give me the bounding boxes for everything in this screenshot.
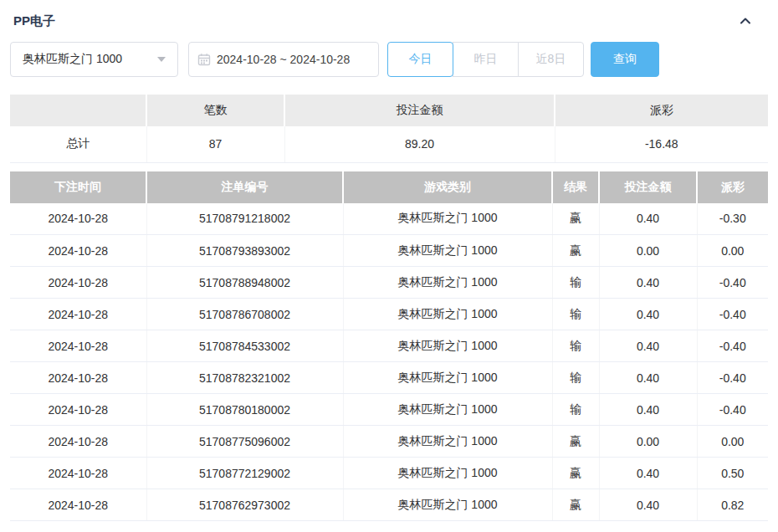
cell-bet-amount: 0.00 [599, 426, 697, 458]
cell-payout: -0.30 [697, 203, 768, 235]
cell-bet-time: 2024-10-28 [10, 489, 146, 521]
calendar-icon [197, 53, 211, 66]
summary-total-row: 总计 87 89.20 -16.48 [10, 126, 768, 162]
cell-game-category: 奥林匹斯之门 1000 [343, 299, 552, 330]
cell-bet-time: 2024-10-28 [10, 330, 146, 362]
cell-result: 赢 [552, 426, 599, 458]
chevron-up-icon [738, 13, 753, 28]
cell-bet-time: 2024-10-28 [10, 458, 146, 489]
col-header-bet-amount: 投注金额 [599, 171, 697, 203]
cell-result: 输 [552, 362, 599, 394]
summary-header-blank [10, 95, 146, 126]
cell-bet-time: 2024-10-28 [10, 203, 146, 235]
col-header-bet-time: 下注时间 [10, 171, 146, 203]
table-row: 2024-10-28 51708775096002 奥林匹斯之门 1000 赢 … [10, 426, 768, 458]
cell-bet-amount: 0.40 [599, 299, 697, 330]
cell-bet-time: 2024-10-28 [10, 426, 146, 458]
cell-payout: -0.40 [697, 299, 768, 330]
cell-bet-amount: 0.40 [599, 362, 697, 394]
cell-bet-amount: 0.40 [599, 394, 697, 426]
bet-table-body: 2024-10-28 51708791218002 奥林匹斯之门 1000 赢 … [10, 203, 768, 521]
summary-header-count: 笔数 [146, 95, 284, 126]
cell-bet-time: 2024-10-28 [10, 394, 146, 426]
cell-result: 输 [552, 267, 599, 299]
summary-header-bet-amount: 投注金额 [284, 95, 555, 126]
date-range-picker[interactable]: 2024-10-28 ~ 2024-10-28 [188, 42, 379, 77]
table-row: 2024-10-28 51708782321002 奥林匹斯之门 1000 输 … [10, 362, 768, 394]
table-row: 2024-10-28 51708772129002 奥林匹斯之门 1000 赢 … [10, 458, 768, 489]
cell-bet-amount: 0.40 [599, 330, 697, 362]
yesterday-button[interactable]: 昨日 [453, 42, 519, 77]
cell-game-category: 奥林匹斯之门 1000 [343, 458, 552, 489]
summary-total-bet-amount: 89.20 [284, 126, 555, 162]
col-header-game-category: 游戏类别 [343, 171, 552, 203]
cell-payout: -0.40 [697, 362, 768, 394]
today-button[interactable]: 今日 [387, 42, 453, 77]
summary-total-count: 87 [146, 126, 284, 162]
cell-bet-amount: 0.40 [599, 458, 697, 489]
table-row: 2024-10-28 51708786708002 奥林匹斯之门 1000 输 … [10, 299, 768, 330]
summary-total-label: 总计 [10, 126, 146, 162]
cell-payout: 0.50 [697, 458, 768, 489]
cell-bet-number: 51708775096002 [146, 426, 343, 458]
date-range-value: 2024-10-28 ~ 2024-10-28 [217, 53, 350, 66]
cell-bet-number: 51708791218002 [146, 203, 343, 235]
cell-payout: -0.40 [697, 330, 768, 362]
col-header-bet-number: 注单编号 [146, 171, 343, 203]
filter-bar: 奥林匹斯之门 1000 2024-10-28 ~ 2024-10-28 今日 昨… [10, 42, 768, 77]
table-row: 2024-10-28 51708784533002 奥林匹斯之门 1000 输 … [10, 330, 768, 362]
pp-electronic-panel: PP电子 奥林匹斯之门 1000 2024-10-28 ~ 2024-10-28… [0, 0, 778, 521]
cell-bet-amount: 0.00 [599, 235, 697, 267]
panel-header: PP电子 [10, 0, 768, 37]
cell-game-category: 奥林匹斯之门 1000 [343, 362, 552, 394]
cell-bet-number: 51708782321002 [146, 362, 343, 394]
cell-payout: -0.40 [697, 267, 768, 299]
collapse-button[interactable] [734, 10, 756, 32]
cell-payout: 0.82 [697, 489, 768, 521]
cell-bet-number: 51708793893002 [146, 235, 343, 267]
bet-records-table: 下注时间 注单编号 游戏类别 结果 投注金额 派彩 2024-10-28 517… [10, 171, 768, 522]
cell-game-category: 奥林匹斯之门 1000 [343, 203, 552, 235]
cell-result: 赢 [552, 235, 599, 267]
cell-bet-number: 51708786708002 [146, 299, 343, 330]
cell-bet-time: 2024-10-28 [10, 299, 146, 330]
cell-payout: -0.40 [697, 394, 768, 426]
last-8-days-button[interactable]: 近8日 [518, 42, 584, 77]
cell-bet-number: 51708780180002 [146, 394, 343, 426]
cell-game-category: 奥林匹斯之门 1000 [343, 394, 552, 426]
cell-result: 输 [552, 330, 599, 362]
cell-result: 输 [552, 394, 599, 426]
game-select[interactable]: 奥林匹斯之门 1000 [10, 42, 178, 77]
cell-bet-number: 51708788948002 [146, 267, 343, 299]
cell-bet-number: 51708762973002 [146, 489, 343, 521]
cell-bet-amount: 0.40 [599, 489, 697, 521]
cell-bet-amount: 0.40 [599, 267, 697, 299]
cell-game-category: 奥林匹斯之门 1000 [343, 267, 552, 299]
cell-bet-number: 51708772129002 [146, 458, 343, 489]
table-row: 2024-10-28 51708791218002 奥林匹斯之门 1000 赢 … [10, 203, 768, 235]
cell-game-category: 奥林匹斯之门 1000 [343, 330, 552, 362]
cell-payout: 0.00 [697, 426, 768, 458]
cell-payout: 0.00 [697, 235, 768, 267]
table-row: 2024-10-28 51708762973002 奥林匹斯之门 1000 赢 … [10, 489, 768, 521]
quick-date-button-group: 今日 昨日 近8日 [387, 42, 584, 77]
table-row: 2024-10-28 51708793893002 奥林匹斯之门 1000 赢 … [10, 235, 768, 267]
query-button[interactable]: 查询 [591, 42, 659, 77]
bet-table-header-row: 下注时间 注单编号 游戏类别 结果 投注金额 派彩 [10, 171, 768, 203]
cell-game-category: 奥林匹斯之门 1000 [343, 489, 552, 521]
cell-result: 赢 [552, 203, 599, 235]
cell-bet-time: 2024-10-28 [10, 235, 146, 267]
cell-bet-number: 51708784533002 [146, 330, 343, 362]
cell-bet-amount: 0.40 [599, 203, 697, 235]
page-title: PP电子 [13, 13, 55, 29]
summary-table: 笔数 投注金额 派彩 总计 87 89.20 -16.48 [10, 95, 768, 163]
cell-result: 赢 [552, 458, 599, 489]
table-row: 2024-10-28 51708788948002 奥林匹斯之门 1000 输 … [10, 267, 768, 299]
col-header-result: 结果 [552, 171, 599, 203]
summary-header-payout: 派彩 [555, 95, 768, 126]
cell-bet-time: 2024-10-28 [10, 362, 146, 394]
summary-header-row: 笔数 投注金额 派彩 [10, 95, 768, 126]
game-select-value: 奥林匹斯之门 1000 [23, 52, 122, 67]
cell-bet-time: 2024-10-28 [10, 267, 146, 299]
cell-result: 赢 [552, 489, 599, 521]
